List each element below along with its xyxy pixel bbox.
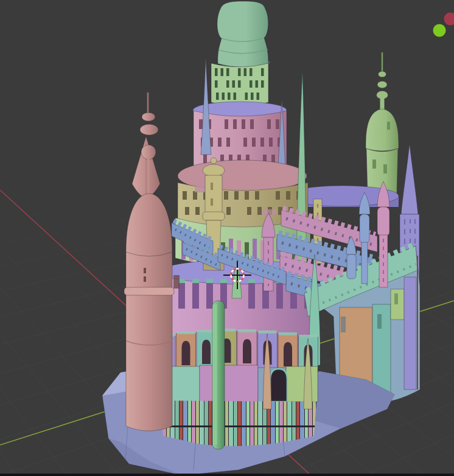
bazaar-slats [159, 401, 316, 446]
arch-doorway [270, 369, 287, 402]
gizmo-y-axis-ball[interactable] [433, 24, 446, 37]
green-window-cylinder [211, 63, 268, 107]
patchwork-band [159, 365, 318, 403]
pink-minaret-right [377, 181, 389, 287]
green-pole [212, 301, 225, 449]
viewport-canvas[interactable] [0, 0, 454, 476]
blender-3d-viewport[interactable] [0, 0, 454, 476]
sage-dome [217, 1, 270, 68]
viewport-bottom-border [0, 474, 454, 476]
